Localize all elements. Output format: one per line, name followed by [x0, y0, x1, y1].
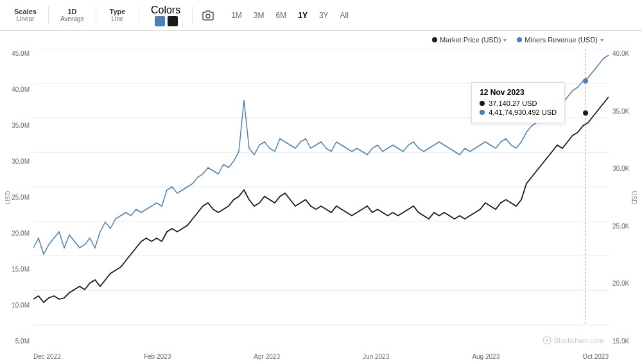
tooltip-value-2: 4,41,74,930.492 USD — [489, 108, 557, 116]
type-label: Type — [110, 8, 126, 15]
scales-button[interactable]: Scales Linear — [8, 5, 43, 25]
y-axis-right-tick: 30.0K — [612, 165, 629, 172]
divider4 — [192, 6, 193, 24]
tooltip-row-1: 37,140.27 USD — [480, 100, 557, 107]
y-axis-left-tick: 25.0M — [12, 194, 30, 201]
y-axis-left-tick: 15.0M — [12, 266, 30, 273]
y-axis-left-tick: 10.0M — [12, 302, 30, 309]
scales-label: Scales — [14, 8, 37, 15]
tooltip-dot-1 — [480, 101, 485, 106]
tooltip-value-1: 37,140.27 USD — [489, 100, 537, 107]
period-label: 1D — [67, 8, 76, 15]
colors-label: Colors — [151, 4, 180, 16]
legend-dropdown-2[interactable]: ▾ — [600, 37, 603, 44]
y-axis-right-tick: 35.0K — [612, 108, 629, 115]
watermark: Blockchain.com — [542, 336, 603, 345]
y-axis-right-tick: 40.0K — [612, 50, 629, 57]
y-axis-right-tick: 15.0K — [612, 338, 629, 345]
chart-legend: Market Price (USD) ▾ Miners Revenue (USD… — [432, 36, 603, 44]
legend-miners-revenue: Miners Revenue (USD) ▾ — [517, 36, 603, 44]
divider2 — [96, 6, 96, 24]
divider3 — [139, 6, 139, 24]
period-sublabel: Average — [60, 15, 84, 22]
svg-point-0 — [206, 14, 210, 18]
y-axis-left-tick: 5.0M — [15, 338, 30, 345]
svg-point-11 — [583, 78, 588, 83]
type-sublabel: Line — [112, 15, 124, 22]
x-axis-tick: Oct 2023 — [582, 353, 609, 360]
x-axis-tick: Apr 2023 — [254, 353, 280, 360]
tooltip-dot-2 — [480, 110, 485, 115]
divider1 — [48, 6, 49, 24]
y-axis-right-label: USD — [630, 191, 638, 204]
x-axis-tick: Jun 2023 — [363, 353, 389, 360]
y-axis-right-tick: 20.0K — [612, 280, 629, 287]
time-1m[interactable]: 1M — [226, 8, 247, 22]
y-axis-left-tick: 35.0M — [12, 122, 30, 129]
y-axis-left-label: USD — [4, 191, 12, 204]
legend-dot-black — [432, 37, 437, 42]
legend-dot-blue — [517, 37, 522, 42]
y-axis-right-tick: 25.0K — [612, 223, 629, 230]
legend-miners-revenue-label: Miners Revenue (USD) — [525, 36, 598, 44]
swatch-blue[interactable] — [155, 16, 165, 26]
toolbar: Scales Linear 1D Average Type Line Color… — [0, 0, 642, 31]
scales-sublabel: Linear — [17, 15, 35, 22]
legend-market-price: Market Price (USD) ▾ — [432, 36, 507, 44]
period-button[interactable]: 1D Average — [54, 5, 91, 25]
x-axis-tick: Aug 2023 — [472, 353, 499, 360]
colors-group[interactable]: Colors — [144, 2, 187, 29]
y-axis-left-tick: 45.0M — [12, 50, 30, 57]
watermark-text: Blockchain.com — [554, 336, 603, 344]
y-axis-left-tick: 40.0M — [12, 86, 30, 93]
camera-button[interactable] — [198, 5, 218, 26]
x-axis: Dec 2022Feb 2023Apr 2023Jun 2023Aug 2023… — [33, 353, 609, 360]
time-3y[interactable]: 3Y — [314, 8, 334, 22]
svg-point-12 — [583, 110, 588, 116]
tooltip: 12 Nov 2023 37,140.27 USD 4,41,74,930.49… — [471, 82, 565, 123]
time-1y[interactable]: 1Y — [293, 8, 313, 22]
x-axis-tick: Feb 2023 — [144, 353, 171, 360]
color-swatches — [155, 16, 178, 26]
x-axis-tick: Dec 2022 — [33, 353, 61, 360]
time-buttons: 1M 3M 6M 1Y 3Y All — [226, 8, 354, 22]
time-3m[interactable]: 3M — [248, 8, 270, 22]
legend-market-price-label: Market Price (USD) — [440, 36, 501, 44]
chart-container: Market Price (USD) ▾ Miners Revenue (USD… — [0, 31, 642, 364]
time-all[interactable]: All — [335, 8, 354, 22]
y-axis-left-tick: 20.0M — [12, 230, 30, 237]
type-button[interactable]: Type Line — [101, 5, 134, 25]
legend-dropdown-1[interactable]: ▾ — [503, 37, 507, 44]
tooltip-row-2: 4,41,74,930.492 USD — [480, 108, 557, 116]
swatch-black[interactable] — [168, 16, 178, 26]
tooltip-date: 12 Nov 2023 — [480, 88, 557, 97]
time-6m[interactable]: 6M — [271, 8, 292, 22]
y-axis-left-tick: 30.0M — [12, 158, 30, 165]
